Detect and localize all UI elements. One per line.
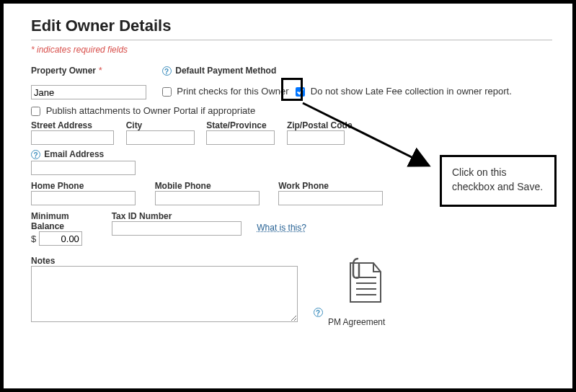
minimum-balance-label: Minimum Balance bbox=[31, 211, 103, 231]
work-phone-label: Work Phone bbox=[278, 181, 394, 191]
what-is-this-link[interactable]: What is this? bbox=[257, 223, 306, 233]
mobile-phone-input[interactable] bbox=[155, 191, 260, 205]
property-owner-label: Property Owner bbox=[31, 66, 96, 76]
do-not-show-late-fee-label: Do not show Late Fee collection in owner… bbox=[311, 86, 512, 97]
attachment-icon[interactable] bbox=[342, 256, 382, 306]
city-label: City bbox=[126, 120, 198, 130]
state-province-label: State/Province bbox=[206, 120, 278, 130]
publish-attachments-checkbox[interactable] bbox=[31, 107, 40, 116]
help-icon[interactable]: ? bbox=[162, 66, 172, 76]
pm-agreement-label: PM Agreement bbox=[314, 317, 400, 327]
required-fields-text: indicates required fields bbox=[37, 45, 128, 55]
home-phone-input[interactable] bbox=[31, 191, 136, 205]
default-payment-method-label: Default Payment Method bbox=[175, 66, 276, 76]
property-owner-input[interactable] bbox=[31, 85, 146, 99]
annotation-callout-text: Click on this checkbox and Save. bbox=[452, 166, 543, 192]
minimum-balance-input[interactable] bbox=[39, 231, 82, 246]
currency-symbol: $ bbox=[31, 233, 36, 244]
zip-postal-label: Zip/Postal Code bbox=[287, 120, 359, 130]
street-address-label: Street Address bbox=[31, 120, 118, 130]
email-address-label: Email Address bbox=[44, 149, 104, 159]
home-phone-label: Home Phone bbox=[31, 181, 146, 191]
notes-textarea[interactable] bbox=[31, 266, 298, 322]
annotation-callout: Click on this checkbox and Save. bbox=[440, 155, 557, 207]
work-phone-input[interactable] bbox=[278, 191, 383, 205]
city-input[interactable] bbox=[126, 130, 195, 145]
notes-label: Notes bbox=[31, 256, 305, 266]
help-icon[interactable]: ? bbox=[31, 150, 40, 159]
state-province-input[interactable] bbox=[206, 130, 275, 145]
zip-postal-input[interactable] bbox=[287, 130, 345, 145]
title-divider bbox=[31, 40, 552, 40]
publish-attachments-label: Publish attachments to Owner Portal if a… bbox=[46, 105, 255, 116]
street-address-input[interactable] bbox=[31, 130, 114, 145]
help-icon[interactable]: ? bbox=[314, 308, 323, 317]
print-checks-label: Print checks for this Owner bbox=[177, 86, 288, 97]
required-fields-note: * indicates required fields bbox=[31, 45, 552, 55]
print-checks-checkbox[interactable] bbox=[162, 87, 172, 97]
email-address-input[interactable] bbox=[31, 161, 136, 175]
mobile-phone-label: Mobile Phone bbox=[155, 181, 270, 191]
do-not-show-late-fee-checkbox[interactable] bbox=[296, 87, 305, 97]
tax-id-number-label: Tax ID Number bbox=[112, 211, 249, 221]
tax-id-number-input[interactable] bbox=[112, 221, 242, 236]
required-asterisk: * bbox=[99, 65, 102, 76]
page-title: Edit Owner Details bbox=[31, 17, 552, 35]
